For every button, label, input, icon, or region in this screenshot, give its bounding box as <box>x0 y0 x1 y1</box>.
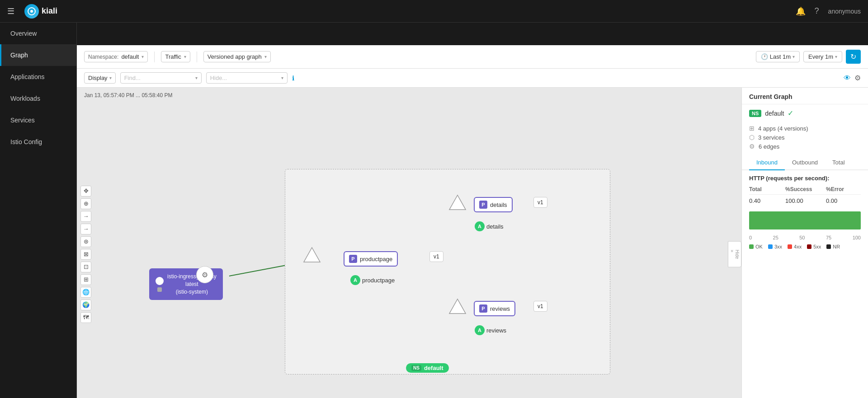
collapse-icon[interactable]: ⊡ <box>80 262 91 272</box>
productpage-app-node: A productpage <box>350 275 395 285</box>
details-app-label: details <box>486 223 504 230</box>
eye-icon[interactable]: 👁 <box>844 74 851 82</box>
traffic-label: Traffic <box>165 53 181 60</box>
productpage-workload-node[interactable]: P productpage <box>344 251 398 267</box>
sidebar-item-services-label: Services <box>10 117 35 124</box>
navbar-right: 🔔 ? anonymous <box>796 6 861 16</box>
rp-stat-apps: ⊞ 4 apps (4 versions) <box>749 124 861 133</box>
val-success: 100.00 <box>785 197 826 204</box>
find-placeholder: Find... <box>124 75 141 81</box>
rp-stat-edges: ⚙ 6 edges <box>749 142 861 151</box>
globe2-icon[interactable]: 🌍 <box>80 300 91 310</box>
rp-ns-row: NS default ✓ <box>742 104 868 122</box>
axis-75: 75 <box>826 235 831 240</box>
rp-stats: ⊞ 4 apps (4 versions) ⬡ 3 services ⚙ 6 e… <box>742 122 868 155</box>
navbar: ☰ kiali 🔔 ? anonymous <box>0 0 868 23</box>
details-version-label: v1 <box>538 199 543 206</box>
layout-icon[interactable]: ⊞ <box>80 274 91 285</box>
map-icon[interactable]: 🗺 <box>80 312 91 323</box>
details-workload-node[interactable]: P details <box>474 197 513 212</box>
find-chevron: ▾ <box>195 75 198 80</box>
hamburger-icon[interactable]: ☰ <box>7 6 14 16</box>
reviews-version-node[interactable]: v1 <box>533 301 547 312</box>
refresh-button[interactable]: ↻ <box>846 50 861 64</box>
hide-tab-label: Hide <box>735 249 740 259</box>
reviews-p-icon: P <box>479 304 487 313</box>
hide-input[interactable]: Hide... ▾ <box>206 72 288 84</box>
kiali-logo-icon <box>24 4 39 19</box>
user-menu[interactable]: anonymous <box>828 8 861 15</box>
tab-total[interactable]: Total <box>825 155 852 170</box>
legend-nr: NR <box>826 244 840 249</box>
legend-ok: OK <box>749 244 763 249</box>
legend-5xx: 5xx <box>807 244 821 249</box>
legend-nr-dot <box>826 244 831 249</box>
sidebar-item-graph[interactable]: Graph <box>0 44 76 66</box>
expand-icon[interactable]: ⊛ <box>80 236 91 247</box>
details-triangle <box>448 194 467 212</box>
rp-check-icon: ✓ <box>788 109 793 117</box>
services-icon: ⬡ <box>749 134 755 141</box>
productpage-version-node[interactable]: v1 <box>429 251 443 262</box>
sidebar-item-workloads[interactable]: Workloads <box>0 88 76 109</box>
filter-icon: ⚙ <box>202 271 208 279</box>
settings-icon[interactable]: ⚙ <box>854 74 861 82</box>
every-time-select[interactable]: Every 1m ▾ <box>803 51 842 62</box>
apps-count: 4 apps (4 versions) <box>758 125 808 132</box>
sidebar-item-overview[interactable]: Overview <box>0 23 76 44</box>
navbar-brand: ☰ kiali <box>7 4 57 19</box>
reviews-workload-node[interactable]: P reviews <box>474 301 515 316</box>
sidebar-item-applications-label: Applications <box>10 73 45 80</box>
fit-icon[interactable]: ⊕ <box>80 198 91 209</box>
sidebar: Overview Graph Applications Workloads Se… <box>0 23 77 398</box>
edges-count: 6 edges <box>759 143 779 150</box>
legend-5xx-label: 5xx <box>813 244 821 249</box>
namespace-select[interactable]: Namespace: default ▾ <box>84 51 148 62</box>
rp-legend: OK 3xx 4xx 5xx NR <box>742 241 868 252</box>
graph-type-select[interactable]: Versioned app graph ▾ <box>203 51 271 62</box>
details-app-node: A details <box>475 221 504 231</box>
namespace-label: Namespace: <box>88 54 118 60</box>
graph-canvas[interactable]: Jan 13, 05:57:40 PM ... 05:58:40 PM ✥ ⊕ … <box>77 88 741 398</box>
kiali-logo: kiali <box>24 4 57 19</box>
clock-icon: 🕐 <box>761 53 768 60</box>
tab-inbound[interactable]: Inbound <box>749 155 785 170</box>
hide-panel-tab[interactable]: Hide » <box>728 241 741 267</box>
toolbar-right: 🕐 Last 1m ▾ Every 1m ▾ ↻ <box>756 50 861 64</box>
globe-icon[interactable]: 🌐 <box>80 287 91 298</box>
graph-timestamp: Jan 13, 05:57:40 PM ... 05:58:40 PM <box>84 92 172 98</box>
col-success: %Success <box>785 186 826 192</box>
last-time-select[interactable]: 🕐 Last 1m ▾ <box>756 51 800 62</box>
compress-icon[interactable]: ⊠ <box>80 249 91 260</box>
sidebar-item-overview-label: Overview <box>10 30 37 37</box>
graph-type-chevron: ▾ <box>264 54 267 59</box>
productpage-workload-label: productpage <box>360 256 392 262</box>
tab-outbound[interactable]: Outbound <box>785 155 825 170</box>
sidebar-item-services[interactable]: Services <box>0 109 76 131</box>
every-time-chevron: ▾ <box>835 54 837 59</box>
namespace-value: default <box>121 53 139 60</box>
last-time-label: Last 1m <box>770 53 791 60</box>
arrow-right2-icon[interactable]: → <box>80 224 91 234</box>
help-icon[interactable]: ? <box>815 6 819 16</box>
reviews-workload-label: reviews <box>490 305 510 312</box>
toolbar2-right: 👁 ⚙ <box>844 74 861 82</box>
pan-icon[interactable]: ✥ <box>80 186 91 197</box>
traffic-select[interactable]: Traffic ▾ <box>161 51 190 62</box>
productpage-p-icon: P <box>349 255 357 263</box>
rp-section-http: HTTP (requests per second): <box>742 170 868 184</box>
namespace-chevron: ▾ <box>142 54 144 59</box>
services-count: 3 services <box>758 134 785 141</box>
info-icon[interactable]: ℹ <box>292 75 294 82</box>
sidebar-item-istio-config[interactable]: Istio Config <box>0 131 76 153</box>
filter-node[interactable]: ⚙ <box>196 266 213 283</box>
details-version-node[interactable]: v1 <box>533 197 547 208</box>
arrow-right-icon[interactable]: → <box>80 211 91 222</box>
traffic-chevron: ▾ <box>184 54 186 59</box>
find-input[interactable]: Find... ▾ <box>120 72 202 84</box>
bell-icon[interactable]: 🔔 <box>796 6 806 16</box>
sidebar-item-applications[interactable]: Applications <box>0 66 76 88</box>
display-select[interactable]: Display ▾ <box>84 72 116 84</box>
ns-label-default: NS default <box>406 363 449 373</box>
col-error: %Error <box>826 186 858 192</box>
